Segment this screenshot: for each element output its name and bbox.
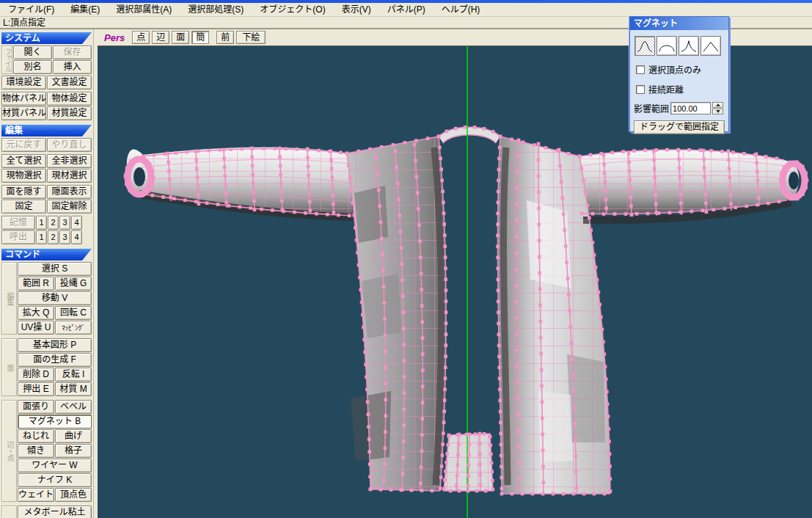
document-settings-button[interactable]: 文書設定 (47, 76, 92, 90)
object-settings-button[interactable]: 物体設定 (47, 92, 92, 106)
only-selected-vertices-checkbox[interactable] (636, 65, 645, 74)
dome-curve-icon (658, 39, 676, 54)
uv-edit-button[interactable]: UV操 U (18, 321, 54, 335)
select-command-button[interactable]: 選択 S (18, 262, 92, 276)
mapping-button[interactable]: ﾏｯﾋﾟﾝｸﾞ (55, 321, 92, 335)
menu-panel[interactable]: パネル(P) (379, 4, 434, 15)
lattice-button[interactable]: 格子 (55, 444, 92, 458)
select-current-material-button[interactable]: 現材選択 (47, 169, 92, 183)
falloff-bell-button[interactable] (634, 36, 655, 56)
undo-button: 元に戻す (1, 138, 46, 152)
only-selected-vertices-label: 選択頂点のみ (648, 63, 701, 76)
menu-selection-process[interactable]: 選択部処理(S) (180, 4, 252, 15)
show-edges-toggle[interactable]: 辺 (152, 31, 169, 44)
object-panel-button[interactable]: 物体パネル (1, 92, 46, 106)
connected-distance-checkbox[interactable] (636, 85, 645, 94)
range-select-button[interactable]: 範囲 R (18, 277, 54, 291)
knife-button[interactable]: ナイフ K (18, 473, 92, 487)
falloff-linear-button[interactable] (701, 36, 721, 56)
face-fill-button[interactable]: 面張り (18, 400, 54, 414)
lasso-select-button[interactable]: 投縄 G (55, 277, 92, 291)
memory-slot-1[interactable]: 1 (36, 216, 47, 230)
redo-button: やり直し (47, 138, 92, 152)
select-all-button[interactable]: 全て選択 (1, 154, 46, 168)
command-group-face-tab[interactable]: 面 (1, 338, 17, 396)
metaball-button[interactable]: メタボール粘土 (18, 506, 92, 518)
unlock-button[interactable]: 固定解除 (47, 200, 92, 214)
show-points-toggle[interactable]: 点 (132, 31, 150, 44)
invert-button[interactable]: 反転 I (55, 368, 92, 382)
application-window: ファイル(F) 編集(E) 選択部属性(A) 選択部処理(S) オブジェクト(O… (0, 0, 812, 518)
influence-range-label: 影響範囲 (634, 102, 669, 114)
recall-slot-4[interactable]: 4 (71, 230, 82, 244)
bevel-button[interactable]: ベベル (55, 400, 92, 414)
magnet-panel-titlebar[interactable]: マグネット (630, 17, 728, 30)
primitive-button[interactable]: 基本図形 P (18, 338, 92, 352)
command-group-edge-vertex-tab[interactable]: 辺・点 (1, 400, 17, 502)
simple-display-toggle[interactable]: 簡 (191, 31, 209, 44)
move-command-button[interactable]: 移動 V (18, 291, 92, 305)
influence-range-spinner (712, 102, 723, 114)
menu-edit[interactable]: 編集(E) (62, 4, 108, 15)
drag-range-button[interactable]: ドラッグで範囲指定 (634, 120, 725, 134)
recall-slot-3[interactable]: 3 (59, 230, 70, 244)
material-panel-button[interactable]: 材質パネル (1, 106, 46, 120)
rotate-command-button[interactable]: 回転 C (55, 306, 92, 320)
menu-selection-attribute[interactable]: 選択部属性(A) (108, 4, 180, 15)
down-arrow-icon (716, 110, 720, 113)
save-as-button[interactable]: 別名 (13, 60, 52, 74)
scale-command-button[interactable]: 拡大 Q (18, 306, 54, 320)
weight-button[interactable]: ウェイト (18, 488, 54, 502)
material-settings-button[interactable]: 材質設定 (47, 106, 92, 120)
command-group-edit-tab[interactable]: 編集 (1, 262, 17, 335)
material-command-button[interactable]: 材質 M (55, 382, 92, 396)
deselect-all-button[interactable]: 全非選択 (47, 154, 92, 168)
command-group-special-tab[interactable]: 特殊 (1, 506, 17, 518)
magnet-command-button[interactable]: マグネット B (18, 415, 92, 428)
spike-curve-icon (680, 39, 698, 54)
file-group-tab[interactable]: ファイル (1, 45, 12, 74)
memory-slot-2[interactable]: 2 (48, 216, 59, 230)
bell-curve-icon (636, 39, 654, 54)
vertex-color-button[interactable]: 頂点色 (55, 488, 92, 502)
show-faces-toggle[interactable]: 面 (172, 31, 189, 44)
recall-slot-1[interactable]: 1 (36, 230, 47, 244)
memory-button: 記憶 (1, 216, 35, 230)
memory-slot-4[interactable]: 4 (71, 216, 82, 230)
falloff-spike-button[interactable] (679, 36, 699, 56)
environment-settings-button[interactable]: 環境設定 (1, 76, 46, 90)
tilt-button[interactable]: 傾き (18, 444, 54, 458)
falloff-dome-button[interactable] (656, 36, 677, 56)
create-face-button[interactable]: 面の生成 F (18, 353, 92, 367)
view-mode-label[interactable]: Pers (104, 32, 125, 43)
twist-button[interactable]: ねじれ (18, 429, 54, 443)
extrude-button[interactable]: 押出 E (18, 382, 54, 396)
insert-button[interactable]: 挿入 (53, 60, 92, 74)
menu-object[interactable]: オブジェクト(O) (252, 4, 333, 15)
influence-range-input[interactable] (670, 102, 711, 114)
menu-help[interactable]: ヘルプ(H) (434, 4, 489, 15)
spinner-down-button[interactable] (712, 109, 723, 114)
recall-slot-2[interactable]: 2 (48, 230, 59, 244)
front-view-toggle[interactable]: 前 (216, 31, 234, 44)
select-current-object-button[interactable]: 現物選択 (1, 169, 46, 183)
open-button[interactable]: 開く (13, 45, 52, 59)
menu-view[interactable]: 表示(V) (334, 4, 379, 15)
hide-faces-button[interactable]: 面を隠す (1, 185, 46, 199)
spinner-up-button[interactable] (712, 102, 723, 108)
connected-distance-label: 接続距離 (648, 83, 684, 95)
memory-slot-3[interactable]: 3 (59, 216, 70, 230)
save-button: 保存 (53, 45, 92, 59)
delete-button[interactable]: 削除 D (18, 368, 54, 382)
menu-bar: ファイル(F) 編集(E) 選択部属性(A) 選択部処理(S) オブジェクト(O… (0, 3, 812, 16)
current-mode-label: L:頂点指定 (3, 18, 45, 28)
menu-file[interactable]: ファイル(F) (0, 4, 62, 15)
up-arrow-icon (716, 103, 720, 106)
bend-button[interactable]: 曲げ (55, 429, 92, 443)
underlay-toggle[interactable]: 下絵 (236, 31, 266, 44)
falloff-curve-selector (634, 36, 724, 56)
show-hidden-faces-button[interactable]: 隠面表示 (47, 185, 92, 199)
jacket-mesh (125, 127, 807, 494)
wire-button[interactable]: ワイヤー W (18, 459, 92, 473)
lock-button[interactable]: 固定 (1, 200, 46, 214)
